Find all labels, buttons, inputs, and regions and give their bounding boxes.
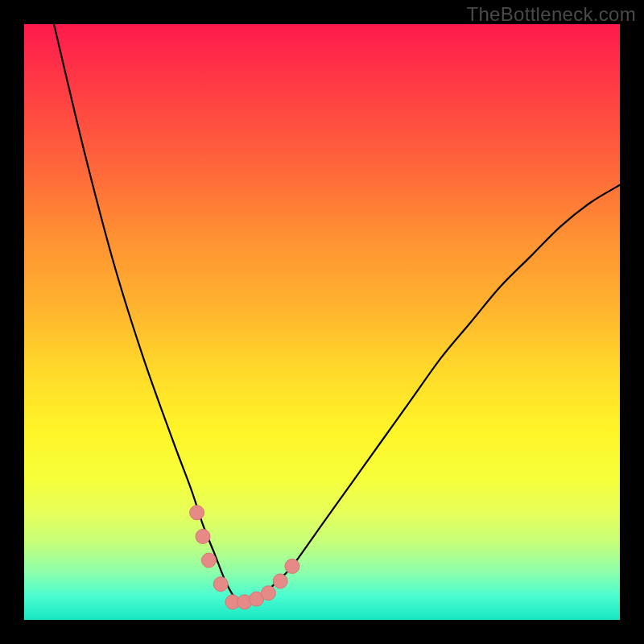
data-marker bbox=[213, 577, 228, 592]
curve-line bbox=[54, 24, 620, 604]
chart-frame: TheBottleneck.com bbox=[0, 0, 644, 644]
data-marker bbox=[201, 553, 216, 568]
plot-area bbox=[24, 24, 620, 620]
data-marker bbox=[285, 559, 299, 573]
trough-markers bbox=[190, 506, 299, 609]
bottleneck-curve bbox=[54, 24, 620, 604]
data-marker bbox=[261, 586, 275, 601]
watermark-text: TheBottleneck.com bbox=[466, 3, 636, 26]
data-marker bbox=[190, 506, 204, 520]
data-marker bbox=[273, 574, 287, 588]
data-marker bbox=[196, 529, 210, 543]
curve-layer bbox=[24, 24, 620, 620]
